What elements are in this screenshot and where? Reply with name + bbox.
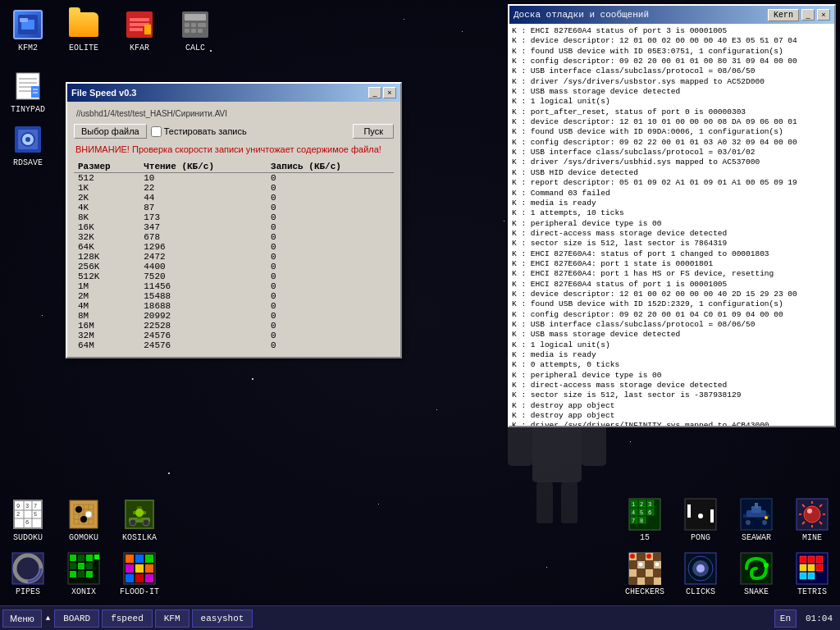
clicks-label: CLICKS	[686, 587, 715, 597]
language-indicator[interactable]: En	[774, 609, 797, 628]
calc-label: CALC	[185, 43, 205, 53]
svg-rect-23	[191, 29, 196, 33]
table-row: 8M 20992 0	[74, 311, 394, 321]
dock-icon-fifteen[interactable]: 1 2 3 4 5 6 7 8 15	[617, 495, 673, 546]
start-menu-button[interactable]: Меню	[2, 609, 42, 628]
svg-rect-147	[637, 578, 645, 585]
svg-rect-137	[654, 553, 661, 560]
svg-rect-4	[536, 482, 553, 523]
cell-read: 1296	[139, 242, 267, 252]
cell-read: 173	[139, 212, 267, 222]
taskbar-board[interactable]: BOARD	[54, 609, 99, 628]
dock-icon-checkers[interactable]: CHECKERS	[617, 548, 673, 601]
debug-line: K : config descriptor: 09 02 20 00 01 04…	[512, 310, 832, 320]
debug-line: K : 1 logical unit(s)	[512, 340, 832, 350]
col-write: Запись (КБ/с)	[267, 161, 394, 173]
dock-icon-pipes[interactable]: PIPES	[0, 548, 56, 601]
choose-file-button[interactable]: Выбор файла	[74, 124, 147, 139]
svg-point-36	[25, 137, 30, 142]
minimize-button[interactable]: _	[368, 87, 381, 98]
cell-read: 24576	[139, 340, 267, 350]
close-button[interactable]: ×	[383, 87, 396, 98]
dock-icon-tetris[interactable]: TETRIS	[784, 548, 840, 601]
table-row: 256K 4400 0	[74, 262, 394, 272]
cell-write: 0	[267, 242, 394, 252]
table-row: 2M 15488 0	[74, 291, 394, 301]
debug-line: K : config descriptor: 09 02 22 00 01 01…	[512, 138, 832, 148]
desktop-icon-rdsave[interactable]: RDSAVE	[0, 119, 56, 172]
desktop-icons-top: KFM2 EOLITE KFAR	[0, 4, 223, 57]
debug-line: K : driver /sys/drivers/usbhid.sys mappe…	[512, 158, 832, 167]
dock-icon-gomoku[interactable]: GOMOKU	[56, 495, 112, 546]
dock-icon-snake[interactable]: SNAKE	[728, 548, 784, 601]
debug-line: K : destroy app object	[512, 401, 832, 411]
dock-icon-xonix[interactable]: XONIX	[56, 548, 112, 601]
svg-rect-127	[126, 564, 134, 573]
cell-write: 0	[267, 193, 394, 203]
debug-line: K : USB mass storage device detected	[512, 87, 832, 97]
svg-rect-167	[800, 564, 806, 571]
svg-rect-168	[808, 564, 815, 571]
svg-rect-114	[78, 555, 84, 561]
debug-close-button[interactable]: ×	[817, 9, 830, 21]
cell-size: 128K	[74, 252, 139, 262]
calc-icon	[179, 8, 212, 41]
test-write-label: Тестировать запись	[151, 126, 247, 137]
taskbar-easyshot[interactable]: easyshot	[192, 609, 253, 628]
dock-icon-kosilka[interactable]: KOSILKA	[112, 495, 167, 546]
bottom-dock-right: CHECKERS CLICKS	[617, 548, 840, 601]
kfar-icon	[123, 8, 156, 41]
svg-point-95	[765, 516, 768, 519]
svg-rect-116	[70, 563, 76, 569]
desktop-icon-kfm2[interactable]: KFM2	[0, 4, 56, 57]
svg-rect-88	[710, 509, 714, 523]
dock-icon-seawar[interactable]: SEAWAR	[728, 495, 784, 546]
kfm2-icon	[11, 8, 44, 41]
svg-point-68	[135, 509, 144, 517]
svg-point-59	[75, 506, 82, 513]
dock-icon-floodit[interactable]: FLOOD-IT	[112, 548, 167, 601]
desktop-icon-eolite[interactable]: EOLITE	[56, 4, 112, 57]
table-row: 64M 24576 0	[74, 340, 394, 350]
table-row: 512 10 0	[74, 173, 394, 184]
svg-rect-140	[646, 561, 653, 568]
cell-read: 678	[139, 232, 267, 242]
desktop-icon-kfar[interactable]: KFAR	[112, 4, 167, 57]
dock-icon-mine[interactable]: MINE	[784, 495, 840, 546]
svg-rect-142	[629, 569, 637, 577]
cell-write: 0	[267, 252, 394, 262]
tetris-icon	[796, 552, 829, 585]
debug-line: K : media is ready	[512, 350, 832, 360]
eolite-icon	[67, 8, 100, 41]
dock-icon-sudoku[interactable]: 9 3 7 2 5 6 SUDOKU	[0, 495, 56, 546]
cell-size: 1M	[74, 281, 139, 291]
dock-icon-clicks[interactable]: CLICKS	[673, 548, 728, 601]
svg-rect-162	[808, 556, 815, 563]
tetris-label: TETRIS	[797, 587, 827, 597]
window-controls: _ ×	[368, 87, 396, 98]
svg-rect-20	[191, 23, 196, 27]
cell-size: 32M	[74, 331, 139, 340]
svg-rect-131	[135, 574, 144, 582]
svg-text:6: 6	[648, 509, 651, 516]
kern-tab[interactable]: Kern	[768, 9, 799, 21]
test-write-checkbox[interactable]	[151, 126, 162, 137]
svg-point-159	[764, 563, 769, 568]
debug-line: K : sector size is 512, last sector is 7…	[512, 239, 832, 249]
cell-size: 8K	[74, 212, 139, 222]
debug-minimize-button[interactable]: _	[801, 9, 815, 21]
taskbar-fspeed[interactable]: fspeed	[102, 609, 153, 628]
sudoku-label: SUDOKU	[13, 533, 43, 543]
desktop-icon-calc[interactable]: CALC	[167, 4, 223, 57]
svg-rect-119	[70, 571, 76, 578]
dock-icon-pong[interactable]: PONG	[673, 495, 728, 546]
svg-rect-132	[145, 574, 153, 582]
svg-point-150	[630, 554, 635, 559]
cell-read: 22	[139, 183, 267, 193]
desktop-icon-tinypad[interactable]: TINYPAD	[0, 66, 56, 119]
mine-label: MINE	[802, 533, 822, 543]
svg-rect-94	[755, 503, 758, 508]
start-button[interactable]: Пуск	[353, 124, 394, 139]
taskbar-kfm[interactable]: KFM	[155, 609, 189, 628]
svg-rect-126	[145, 555, 153, 563]
